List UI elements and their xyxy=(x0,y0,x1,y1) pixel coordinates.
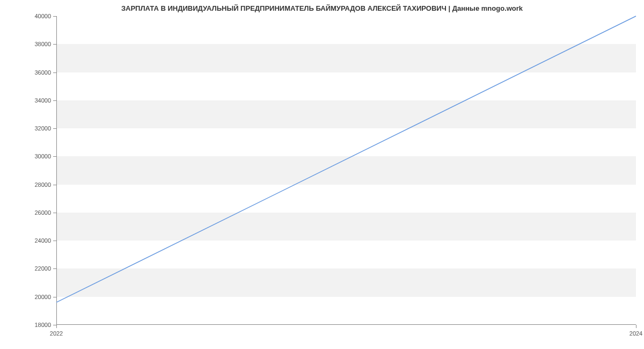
plot-area: 1800020000220002400026000280003000032000… xyxy=(56,16,636,325)
salary-line-chart: ЗАРПЛАТА В ИНДИВИДУАЛЬНЫЙ ПРЕДПРИНИМАТЕЛ… xyxy=(0,0,644,349)
y-tick-label: 28000 xyxy=(30,181,51,188)
y-tick-label: 22000 xyxy=(30,265,51,272)
y-tick-label: 26000 xyxy=(30,209,51,216)
x-tick xyxy=(636,325,636,328)
x-tick-label: 2024 xyxy=(630,330,642,337)
x-tick-label: 2022 xyxy=(50,330,63,337)
y-tick-label: 38000 xyxy=(30,41,51,47)
y-tick-label: 34000 xyxy=(30,97,51,104)
y-tick-label: 36000 xyxy=(30,69,51,76)
y-tick-label: 20000 xyxy=(30,294,51,300)
x-tick xyxy=(56,325,57,328)
y-tick-label: 40000 xyxy=(30,13,51,19)
y-tick-label: 24000 xyxy=(30,237,51,244)
y-tick-label: 18000 xyxy=(30,322,51,328)
chart-title: ЗАРПЛАТА В ИНДИВИДУАЛЬНЫЙ ПРЕДПРИНИМАТЕЛ… xyxy=(0,4,644,12)
y-tick-label: 30000 xyxy=(30,153,51,159)
y-tick-label: 32000 xyxy=(30,125,51,132)
data-line xyxy=(56,16,636,325)
